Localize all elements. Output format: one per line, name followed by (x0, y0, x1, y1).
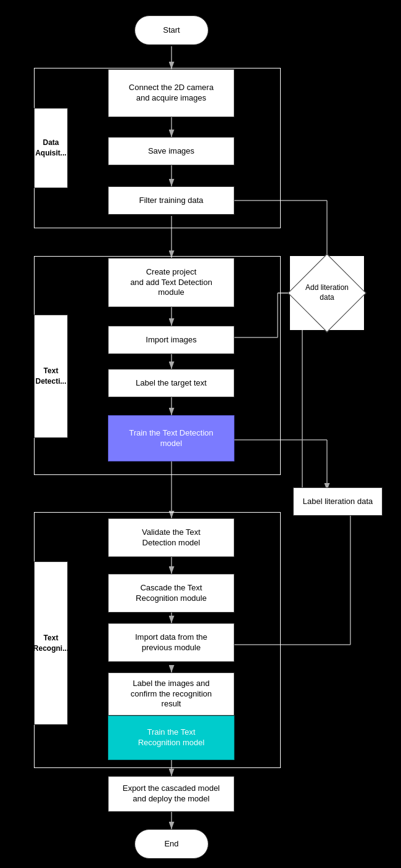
flowchart: DataAquisit... TextDetecti... TextRecogn… (0, 0, 401, 25)
label-literation-node: Label literation data (293, 487, 382, 516)
filter-training-node: Filter training data (108, 186, 234, 215)
save-images-node: Save images (108, 137, 234, 165)
train-recognition-node: Train the TextRecognition model (108, 716, 234, 760)
export-deploy-node: Export the cascaded modeland deploy the … (108, 776, 234, 812)
label-images-node: Label the images andconfirm the recognit… (108, 672, 234, 716)
section-label-detection: TextDetecti... (34, 315, 68, 438)
label-target-node: Label the target text (108, 369, 234, 397)
validate-detection-node: Validate the TextDetection model (108, 518, 234, 557)
cascade-recognition-node: Cascade the TextRecognition module (108, 574, 234, 613)
start-node: Start (134, 15, 209, 45)
add-literation-diamond: Add literationdata (290, 256, 364, 330)
import-data-node: Import data from theprevious module (108, 623, 234, 662)
section-label-data: DataAquisit... (34, 108, 68, 188)
train-detection-node: Train the Text Detectionmodel (108, 415, 234, 461)
create-project-node: Create projectand add Text Detectionmodu… (108, 258, 234, 307)
connect-camera-node: Connect the 2D cameraand acquire images (108, 69, 234, 117)
import-images-node: Import images (108, 326, 234, 354)
section-label-recognition: TextRecogni... (34, 561, 68, 725)
end-node: End (134, 829, 209, 859)
